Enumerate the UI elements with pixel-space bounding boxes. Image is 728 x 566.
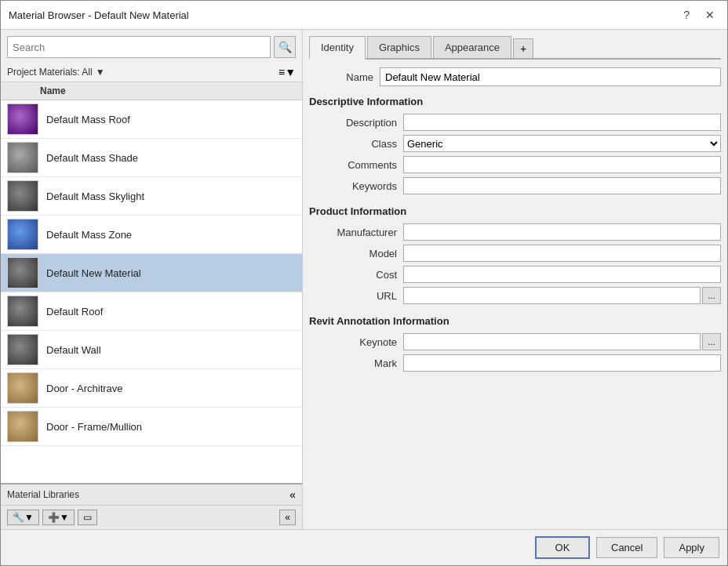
item-name: Default Mass Zone <box>46 229 132 241</box>
title-bar: Material Browser - Default New Material … <box>1 1 727 30</box>
library-header: Material Libraries « <box>1 484 302 506</box>
cost-input[interactable] <box>403 266 721 283</box>
list-item[interactable]: Door - Frame/Mullion <box>1 408 302 446</box>
tab-identity[interactable]: Identity <box>309 36 366 60</box>
library-add-button[interactable]: ➕▼ <box>42 510 75 525</box>
cost-row: Cost <box>309 266 721 283</box>
keynote-field-group: ... <box>403 333 721 350</box>
library-toolbar: 🔧▼ ➕▼ ▭ « <box>1 506 302 529</box>
item-thumbnail <box>7 219 38 250</box>
apply-button[interactable]: Apply <box>664 537 719 558</box>
project-materials-label[interactable]: Project Materials: All ▼ <box>7 67 105 78</box>
manufacturer-input[interactable] <box>403 223 721 241</box>
list-item[interactable]: Default Wall <box>1 331 302 369</box>
list-item[interactable]: Default New Material <box>1 254 302 292</box>
keynote-row: Keynote ... <box>309 333 721 350</box>
identity-form: Name Descriptive Information Description… <box>309 67 721 523</box>
keynote-label: Keynote <box>309 336 403 348</box>
library-label: Material Libraries <box>7 489 79 500</box>
filter-icon[interactable]: ▼ <box>96 67 105 78</box>
list-item[interactable]: Default Mass Shade <box>1 139 302 177</box>
library-right-button[interactable]: « <box>279 510 296 525</box>
item-name: Default Mass Skylight <box>46 190 144 202</box>
tabs-bar: Identity Graphics Appearance + <box>309 36 721 60</box>
item-name: Default Mass Shade <box>46 152 138 164</box>
keywords-input[interactable] <box>403 177 721 194</box>
url-field-group: ... <box>403 287 721 304</box>
class-row: Class Generic <box>309 135 721 152</box>
list-item[interactable]: Default Mass Zone <box>1 216 302 254</box>
keywords-label: Keywords <box>309 180 403 192</box>
description-label: Description <box>309 117 403 129</box>
tab-appearance[interactable]: Appearance <box>433 36 511 58</box>
keynote-browse-button[interactable]: ... <box>702 333 721 350</box>
project-actions: ≡▼ <box>278 66 296 78</box>
comments-row: Comments <box>309 156 721 173</box>
name-row: Name <box>309 67 721 86</box>
url-browse-button[interactable]: ... <box>702 287 721 304</box>
cancel-button[interactable]: Cancel <box>596 537 657 558</box>
list-item[interactable]: Default Roof <box>1 292 302 331</box>
search-bar: 🔍 <box>1 30 302 63</box>
library-settings-button[interactable]: 🔧▼ <box>7 510 39 525</box>
item-name: Door - Architrave <box>46 383 123 394</box>
right-panel: Identity Graphics Appearance + Name Des <box>303 30 727 529</box>
manufacturer-row: Manufacturer <box>309 223 721 241</box>
item-name: Default Wall <box>46 344 101 356</box>
left-panel: 🔍 Project Materials: All ▼ ≡▼ Name <box>1 30 303 529</box>
help-button[interactable]: ? <box>679 7 694 23</box>
material-browser-dialog: Material Browser - Default New Material … <box>0 0 728 566</box>
mark-label: Mark <box>309 357 403 369</box>
item-name: Default New Material <box>46 267 141 279</box>
product-info-title: Product Information <box>309 205 721 217</box>
item-thumbnail <box>7 180 38 212</box>
url-input[interactable] <box>403 287 701 304</box>
class-label: Class <box>309 138 403 150</box>
name-input[interactable] <box>380 67 721 86</box>
descriptive-info-title: Descriptive Information <box>309 96 721 107</box>
model-label: Model <box>309 248 403 259</box>
item-thumbnail <box>7 103 38 135</box>
mark-input[interactable] <box>403 354 721 372</box>
class-select[interactable]: Generic <box>403 135 721 152</box>
item-thumbnail <box>7 257 38 288</box>
list-column-header: Name <box>1 82 302 100</box>
list-item[interactable]: Door - Architrave <box>1 369 302 408</box>
description-input[interactable] <box>403 114 721 131</box>
url-row: URL ... <box>309 287 721 304</box>
bottom-bar: OK Cancel Apply <box>1 529 727 565</box>
item-thumbnail <box>7 372 38 404</box>
cost-label: Cost <box>309 269 403 281</box>
tab-add-button[interactable]: + <box>513 38 533 58</box>
item-thumbnail <box>7 142 38 173</box>
item-thumbnail <box>7 334 38 365</box>
mark-row: Mark <box>309 354 721 372</box>
title-buttons: ? ✕ <box>679 7 719 23</box>
list-view-icon[interactable]: ≡▼ <box>278 66 296 78</box>
library-view-button[interactable]: ▭ <box>78 510 97 525</box>
library-section: Material Libraries « 🔧▼ ➕▼ ▭ « <box>1 483 302 529</box>
keywords-row: Keywords <box>309 177 721 194</box>
item-name: Default Roof <box>46 306 103 317</box>
search-button[interactable]: 🔍 <box>274 36 296 58</box>
model-input[interactable] <box>403 245 721 262</box>
tab-graphics[interactable]: Graphics <box>367 36 431 58</box>
close-button[interactable]: ✕ <box>701 7 719 23</box>
item-name: Default Mass Roof <box>46 114 130 125</box>
comments-input[interactable] <box>403 156 721 173</box>
url-label: URL <box>309 290 403 302</box>
dialog-title: Material Browser - Default New Material <box>9 9 189 21</box>
item-name: Door - Frame/Mullion <box>46 421 142 433</box>
class-select-wrap: Generic <box>403 135 721 152</box>
comments-label: Comments <box>309 159 403 171</box>
list-item[interactable]: Default Mass Roof <box>1 100 302 139</box>
project-header: Project Materials: All ▼ ≡▼ <box>1 63 302 82</box>
keynote-input[interactable] <box>403 333 701 350</box>
list-item[interactable]: Default Mass Skylight <box>1 177 302 216</box>
library-collapse-icon[interactable]: « <box>289 488 296 501</box>
search-input[interactable] <box>7 36 271 58</box>
name-label: Name <box>309 71 380 83</box>
revit-annotation-title: Revit Annotation Information <box>309 315 721 327</box>
ok-button[interactable]: OK <box>535 536 590 559</box>
item-thumbnail <box>7 296 38 327</box>
